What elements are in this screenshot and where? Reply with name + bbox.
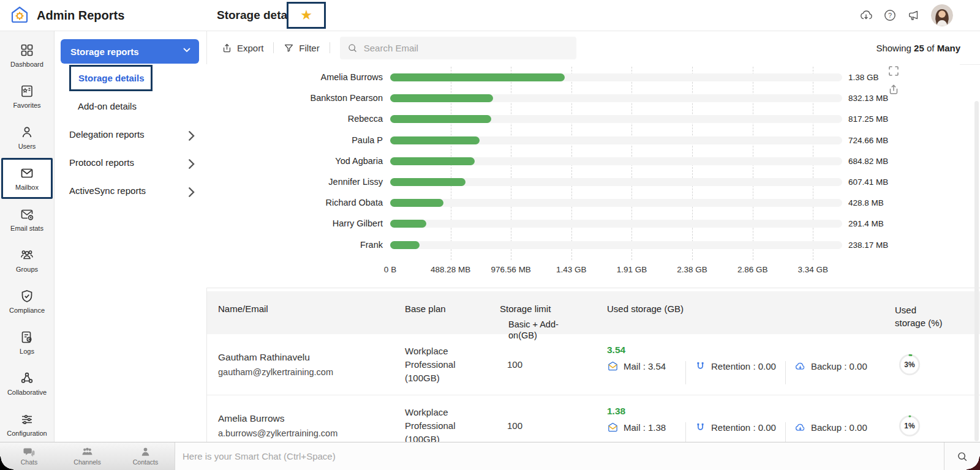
mail-usage-label: Mail : 1.38 xyxy=(624,422,666,433)
chart-bar-value: 291.4 MB xyxy=(848,219,884,228)
chart-bar-fill xyxy=(390,157,475,165)
sidebar-item-configuration[interactable]: Configuration xyxy=(0,404,54,445)
sidebar-item-email-stats[interactable]: Email stats xyxy=(0,199,54,240)
toolbar-separator xyxy=(273,42,274,53)
sidebar-item-label: Email stats xyxy=(10,225,43,232)
announcement-megaphone-icon[interactable] xyxy=(907,9,921,22)
export-icon xyxy=(222,43,232,53)
chart-row: Bankston Pearson832.13 MB xyxy=(206,93,960,103)
submenu-item-label: Add-on details xyxy=(78,101,137,111)
chart-bar-fill xyxy=(390,94,493,102)
used-percent-cell: 1% xyxy=(895,395,980,442)
sidebar-item-compliance[interactable]: Compliance xyxy=(0,281,54,322)
storage-table: Name/Email Base plan Storage limit Basic… xyxy=(207,288,980,442)
chart-row: Amelia Burrows1.38 GB xyxy=(206,72,960,82)
chart-axis-tick-label: 1.91 GB xyxy=(617,265,647,274)
smart-chat-input[interactable] xyxy=(175,442,944,470)
chart-bar-fill xyxy=(390,115,491,123)
bottombar-channels-button[interactable]: Channels xyxy=(58,442,116,470)
name-email-cell: Amelia Burrowsa.burrows@zylkertraining.c… xyxy=(218,395,405,442)
submenu-group-delegation-reports[interactable]: Delegation reports xyxy=(55,122,206,146)
table-row[interactable]: Gautham Rathinavelugautham@zylkertrainin… xyxy=(207,334,980,395)
sidebar-item-label: Collaborative xyxy=(7,389,47,396)
sidebar-item-mailbox[interactable]: Mailbox xyxy=(1,158,53,199)
filter-button[interactable]: Filter xyxy=(284,43,319,53)
dashboard-grid-icon xyxy=(20,43,34,58)
mail-icon xyxy=(607,360,619,372)
chart-bar-track xyxy=(390,220,842,228)
usage-percent: 1% xyxy=(897,414,922,438)
chart-bar-value: 832.13 MB xyxy=(848,94,888,103)
submenu-group-protocol-reports[interactable]: Protocol reports xyxy=(55,150,206,174)
chart-bar-label: Paula P xyxy=(206,135,383,145)
favorites-icon xyxy=(20,84,34,99)
retention-usage-label: Retention : 0.00 xyxy=(711,361,776,371)
storage-limit-cell: 100 xyxy=(500,395,607,442)
smart-chat-box xyxy=(175,442,944,470)
chart-bar-label: Frank xyxy=(206,240,383,250)
chart-bar-fill xyxy=(390,241,420,249)
mail-usage: Mail : 3.54 xyxy=(607,360,685,373)
submenu-item-storage-details[interactable]: Storage details xyxy=(69,65,153,91)
submenu-group-storage-reports[interactable]: Storage reports xyxy=(61,39,199,64)
avatar[interactable] xyxy=(931,4,953,26)
screen-corner-right xyxy=(967,457,980,470)
compliance-icon xyxy=(20,289,34,304)
sidebar-item-collaborative[interactable]: Collaborative xyxy=(0,363,54,404)
chart-bar-track xyxy=(390,199,842,207)
chart-bar-fill xyxy=(390,220,426,228)
bottombar-contacts-button[interactable]: Contacts xyxy=(116,442,175,470)
export-button[interactable]: Export xyxy=(222,43,263,53)
used-total-gb: 3.54 xyxy=(607,345,895,356)
base-plan-cell: Workplace Professional (100GB) xyxy=(405,395,500,442)
chart-bar-track xyxy=(390,94,842,102)
bottombar-item-label: Channels xyxy=(74,458,100,466)
sidebar-item-favorites[interactable]: Favorites xyxy=(0,76,54,117)
favorite-star-icon[interactable]: ★ xyxy=(300,9,312,22)
chart-axis-tick-label: 488.28 MB xyxy=(431,265,470,274)
submenu-item-add-on-details[interactable]: Add-on details xyxy=(55,94,206,118)
chart-bar-fill xyxy=(390,199,443,207)
user-email: gautham@zylkertraining.com xyxy=(218,367,405,377)
mail-usage-label: Mail : 3.54 xyxy=(624,361,666,371)
sidebar-item-label: Logs xyxy=(20,348,34,355)
submenu-item-label: Storage details xyxy=(78,73,145,83)
screen-corner-left xyxy=(0,457,13,470)
chart-bar-fill xyxy=(390,178,466,186)
mail-icon xyxy=(607,422,619,433)
filter-icon xyxy=(284,43,294,53)
chart-bar-label: Bankston Pearson xyxy=(206,93,383,103)
showing-count: Showing 25 of Many xyxy=(876,43,960,53)
chart-bar-value: 428.8 MB xyxy=(848,198,884,207)
submenu-group-activesync-reports[interactable]: ActiveSync reports xyxy=(55,178,206,203)
chevron-right-icon xyxy=(188,130,195,138)
toolbar-separator xyxy=(330,42,330,53)
bottombar-item-label: Chats xyxy=(21,458,37,466)
chart-bar-label: Yod Agbaria xyxy=(206,156,383,166)
chart-bar-value: 684.82 MB xyxy=(848,157,888,166)
search-email-input[interactable] xyxy=(364,43,569,53)
chart-row: Rebecca817.25 MB xyxy=(206,114,960,124)
app-title: Admin Reports xyxy=(37,9,124,23)
sidebar-item-users[interactable]: Users xyxy=(0,117,54,158)
help-icon[interactable]: ? xyxy=(883,9,897,22)
icon-sidebar: DashboardFavoritesUsersMailboxEmail stat… xyxy=(0,31,54,442)
table-row[interactable]: Amelia Burrowsa.burrows@zylkertraining.c… xyxy=(207,395,980,442)
channels-icon xyxy=(81,447,93,457)
chevron-down-icon xyxy=(183,48,190,55)
sidebar-item-logs[interactable]: Logs xyxy=(0,322,54,363)
collaborative-icon xyxy=(20,371,34,386)
chart-row: Jennifer Lissy607.41 MB xyxy=(206,177,960,187)
sidebar-item-dashboard[interactable]: Dashboard xyxy=(0,35,54,76)
sidebar-item-label: Favorites xyxy=(13,102,40,109)
vertical-scrollbar[interactable] xyxy=(974,101,979,441)
email-stats-icon xyxy=(20,207,34,222)
annotation-box-star: ★ xyxy=(287,2,326,29)
chart-bar-label: Harry Gilbert xyxy=(206,218,383,228)
chart-axis-tick-label: 0 B xyxy=(384,265,396,274)
mailbox-icon xyxy=(20,166,34,181)
backup-usage-label: Backup : 0.00 xyxy=(811,361,867,371)
sidebar-item-groups[interactable]: Groups xyxy=(0,240,54,281)
download-reports-icon[interactable] xyxy=(859,9,873,22)
chart-bar-value: 607.41 MB xyxy=(848,177,888,187)
